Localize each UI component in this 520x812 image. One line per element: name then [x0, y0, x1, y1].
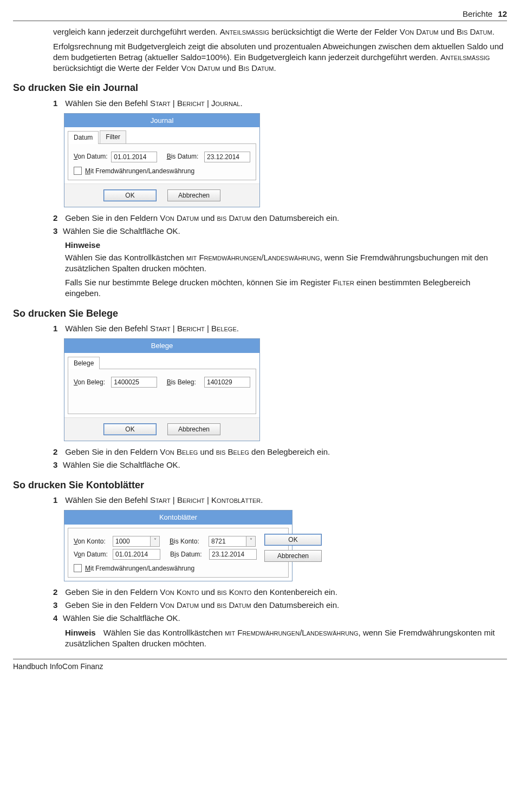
belege-step-3: 3Wählen Sie die Schaltfläche OK. [53, 460, 507, 470]
page-footer: Handbuch InfoCom Finanz [13, 659, 507, 672]
heading-journal: So drucken Sie ein Journal [13, 81, 507, 94]
section-title: Berichte [463, 9, 492, 18]
journal-step-3: 3Wählen Sie die Schaltfläche OK. [53, 226, 507, 237]
ok-button[interactable]: OK [264, 534, 322, 546]
cancel-button[interactable]: Abbrechen [264, 550, 322, 562]
tab-belege[interactable]: Belege [68, 357, 100, 369]
page-number: 12 [498, 9, 507, 18]
konto-step-1: 1 Wählen Sie den Befehl Start | Bericht … [53, 495, 507, 506]
bis-datum-label: Bis Datum: [170, 550, 209, 559]
belege-dialog: Belege Belege Von Beleg: 1400025 Bis Bel… [64, 338, 260, 441]
fremdwaehrung-checkbox[interactable] [74, 167, 82, 175]
journal-dialog: Journal Datum Filter Von Datum: 01.01.20… [64, 113, 260, 207]
fremdwaehrung-label: Mit Fremdwährungen/Landeswährung [85, 167, 194, 175]
von-konto-label: Von Konto: [74, 537, 113, 546]
ok-button[interactable]: OK [103, 423, 157, 435]
von-konto-input[interactable]: 1000 ˅ [113, 536, 160, 547]
cancel-button[interactable]: Abbrechen [167, 423, 220, 435]
ok-button[interactable]: OK [103, 189, 157, 201]
konto-hint: Hinweis Wählen Sie das Kontrollkästchen … [65, 627, 507, 650]
bis-beleg-label: Bis Beleg: [167, 378, 204, 387]
journal-step-1: 1 Wählen Sie den Befehl Start | Bericht … [53, 98, 507, 109]
dialog-title: Journal [64, 114, 259, 128]
belege-step-2: 2 Geben Sie in den Feldern Von Beleg und… [53, 447, 507, 457]
heading-konto: So drucken Sie Kontoblätter [13, 479, 507, 492]
journal-step-2: 2 Geben Sie in den Feldern Von Datum und… [53, 213, 507, 224]
von-beleg-label: Von Beleg: [74, 378, 111, 387]
intro-para-1: vergleich kann jederzeit durchgeführt we… [53, 27, 507, 37]
fremdwaehrung-checkbox[interactable] [74, 564, 82, 572]
bis-datum-label: Bis Datum: [167, 152, 204, 161]
von-datum-label: Von Datum: [74, 550, 113, 559]
dropdown-icon[interactable]: ˅ [246, 536, 256, 547]
konto-step-4: 4Wählen Sie die Schaltfläche OK. [53, 613, 507, 624]
konto-dialog: Kontoblätter Von Konto: 1000 ˅ Bis Konto… [64, 510, 292, 581]
dialog-title: Belege [64, 339, 259, 353]
von-datum-label: Von Datum: [74, 152, 111, 161]
journal-hint-1: Wählen Sie das Kontrollkästchen mit Frem… [65, 252, 507, 274]
bis-konto-input[interactable]: 8721 ˅ [209, 536, 256, 547]
bis-datum-input[interactable]: 23.12.2014 [204, 152, 250, 162]
bis-konto-label: Bis Konto: [170, 537, 209, 546]
tab-datum[interactable]: Datum [68, 131, 99, 143]
bis-datum-input[interactable]: 23.12.2014 [209, 549, 257, 560]
tab-filter[interactable]: Filter [100, 130, 126, 143]
dialog-title: Kontoblätter [64, 510, 292, 525]
bis-beleg-input[interactable]: 1401029 [204, 377, 250, 388]
page-header: Berichte 12 [13, 9, 507, 21]
cancel-button[interactable]: Abbrechen [167, 189, 220, 201]
von-beleg-input[interactable]: 1400025 [111, 377, 157, 388]
journal-hints-title: Hinweise [65, 240, 507, 251]
heading-belege: So drucken Sie Belege [13, 307, 507, 320]
konto-step-3: 3 Geben Sie in den Feldern Von Datum und… [53, 600, 507, 611]
konto-step-2: 2 Geben Sie in den Feldern Von Konto und… [53, 587, 507, 598]
von-datum-input[interactable]: 01.01.2014 [111, 152, 157, 162]
journal-hint-2: Falls Sie nur bestimmte Belege drucken m… [65, 277, 507, 299]
dropdown-icon[interactable]: ˅ [151, 536, 160, 547]
belege-step-1: 1 Wählen Sie den Befehl Start | Bericht … [53, 323, 507, 334]
von-datum-input[interactable]: 01.01.2014 [113, 549, 160, 560]
intro-para-2: Erfolgsrechnung mit Budgetvergleich zeig… [53, 41, 507, 74]
fremdwaehrung-label: Mit Fremdwährungen/Landeswährung [85, 564, 194, 573]
